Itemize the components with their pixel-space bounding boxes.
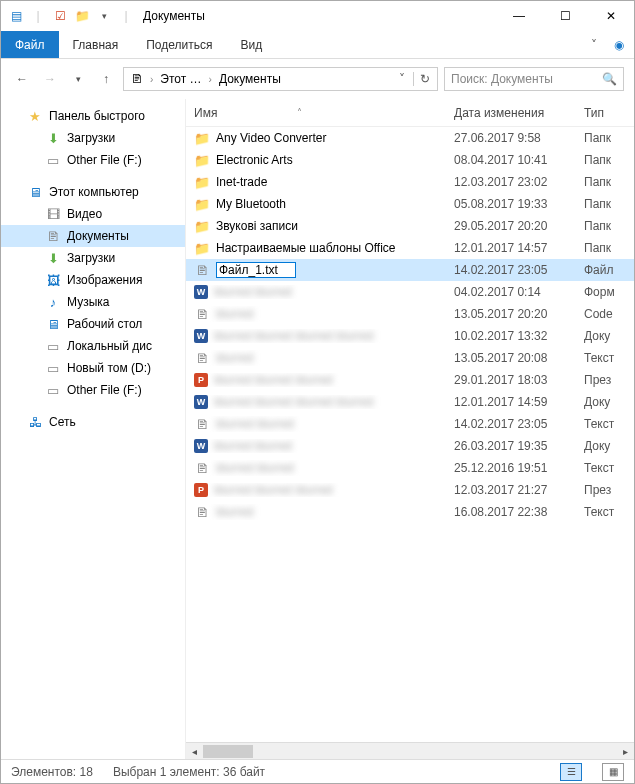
cell-type: През xyxy=(584,373,634,387)
tab-home[interactable]: Главная xyxy=(59,31,133,58)
sidebar-this-pc[interactable]: 🖥 Этот компьютер xyxy=(1,181,185,203)
cell-name: 📁Настраиваемые шаблоны Office xyxy=(194,240,454,256)
view-large-button[interactable]: ▦ xyxy=(602,763,624,781)
file-name: Inet-trade xyxy=(216,175,267,189)
properties-icon[interactable]: ▤ xyxy=(7,7,25,25)
file-row[interactable]: Pblurred blurred blurred12.03.2017 21:27… xyxy=(186,479,634,501)
scroll-right-icon[interactable]: ▸ xyxy=(617,746,634,757)
cell-type: Доку xyxy=(584,395,634,409)
address-dropdown-icon[interactable]: ˅ xyxy=(393,72,411,86)
sidebar-new-volume[interactable]: ▭ Новый том (D:) xyxy=(1,357,185,379)
file-row[interactable]: 📁Настраиваемые шаблоны Office12.01.2017 … xyxy=(186,237,634,259)
collapse-ribbon-icon[interactable]: ˅ xyxy=(584,31,604,58)
sidebar-video[interactable]: 🎞 Видео xyxy=(1,203,185,225)
rename-input[interactable] xyxy=(216,262,296,278)
cell-name: Wblurred blurred xyxy=(194,439,454,453)
drive-icon: ▭ xyxy=(45,382,61,398)
file-row[interactable]: 🖹blurred13.05.2017 20:08Текст xyxy=(186,347,634,369)
cell-name: Pblurred blurred blurred xyxy=(194,373,454,387)
file-row[interactable]: 🖹blurred blurred25.12.2016 19:51Текст xyxy=(186,457,634,479)
file-row[interactable]: Wblurred blurred04.02.2017 0:14Форм xyxy=(186,281,634,303)
check-icon[interactable]: ☑ xyxy=(51,7,69,25)
file-name: Звукові записи xyxy=(216,219,298,233)
minimize-button[interactable]: — xyxy=(496,1,542,31)
search-input[interactable]: Поиск: Документы 🔍 xyxy=(444,67,624,91)
breadcrumb-documents[interactable]: Документы xyxy=(214,72,286,86)
cell-date: 12.03.2017 23:02 xyxy=(454,175,584,189)
image-icon: 🖼 xyxy=(45,272,61,288)
breadcrumb-root-icon[interactable]: 🖹 xyxy=(126,72,148,86)
powerpoint-icon: P xyxy=(194,373,208,387)
file-row[interactable]: Wblurred blurred blurred blurred12.01.20… xyxy=(186,391,634,413)
file-row[interactable]: Wblurred blurred26.03.2017 19:35Доку xyxy=(186,435,634,457)
back-button[interactable]: ← xyxy=(11,68,33,90)
help-icon[interactable]: ◉ xyxy=(604,31,634,58)
horizontal-scrollbar[interactable]: ◂ ▸ xyxy=(186,742,634,759)
column-type[interactable]: Тип xyxy=(584,106,634,120)
cell-type: Доку xyxy=(584,329,634,343)
file-row[interactable]: 🖹blurred blurred14.02.2017 23:05Текст xyxy=(186,413,634,435)
file-name: blurred blurred blurred xyxy=(214,373,333,387)
address-bar[interactable]: 🖹 › Этот … › Документы ˅ ↻ xyxy=(123,67,438,91)
cell-type: Форм xyxy=(584,285,634,299)
up-button[interactable]: ↑ xyxy=(95,68,117,90)
download-icon: ⬇ xyxy=(45,250,61,266)
scroll-track[interactable] xyxy=(203,743,617,759)
word-icon: W xyxy=(194,329,208,343)
chevron-right-icon[interactable]: › xyxy=(150,74,153,85)
refresh-button[interactable]: ↻ xyxy=(413,72,435,86)
sidebar-local-disk[interactable]: ▭ Локальный дис xyxy=(1,335,185,357)
tab-file[interactable]: Файл xyxy=(1,31,59,58)
maximize-button[interactable]: ☐ xyxy=(542,1,588,31)
file-row[interactable]: 📁My Bluetooth05.08.2017 19:33Папк xyxy=(186,193,634,215)
cell-type: Папк xyxy=(584,241,634,255)
recent-dropdown-icon[interactable]: ▾ xyxy=(67,68,89,90)
file-row[interactable]: 📁Звукові записи29.05.2017 20:20Папк xyxy=(186,215,634,237)
sidebar-network[interactable]: 🖧 Сеть xyxy=(1,411,185,433)
ribbon: Файл Главная Поделиться Вид ˅ ◉ xyxy=(1,31,634,59)
cell-type: Текст xyxy=(584,505,634,519)
forward-button[interactable]: → xyxy=(39,68,61,90)
file-row[interactable]: Wblurred blurred blurred blurred10.02.20… xyxy=(186,325,634,347)
sidebar-downloads[interactable]: ⬇ Загрузки xyxy=(1,127,185,149)
sidebar-images[interactable]: 🖼 Изображения xyxy=(1,269,185,291)
cell-name: 🖹 xyxy=(194,262,454,278)
nav-tree[interactable]: ★ Панель быстрого ⬇ Загрузки ▭ Other Fil… xyxy=(1,99,186,759)
scroll-thumb[interactable] xyxy=(203,745,253,758)
column-date[interactable]: Дата изменения xyxy=(454,106,584,120)
sidebar-other-file2[interactable]: ▭ Other File (F:) xyxy=(1,379,185,401)
close-button[interactable]: ✕ xyxy=(588,1,634,31)
folder-icon: 📁 xyxy=(194,218,210,234)
file-row[interactable]: 🖹blurred16.08.2017 22:38Текст xyxy=(186,501,634,523)
music-icon: ♪ xyxy=(45,294,61,310)
breadcrumb-pc[interactable]: Этот … xyxy=(155,72,206,86)
sidebar-music[interactable]: ♪ Музыка xyxy=(1,291,185,313)
file-list[interactable]: 📁Any Video Converter27.06.2017 9:58Папк📁… xyxy=(186,127,634,742)
cell-type: Текст xyxy=(584,461,634,475)
file-row[interactable]: 📁Any Video Converter27.06.2017 9:58Папк xyxy=(186,127,634,149)
sidebar-quick-access[interactable]: ★ Панель быстрого xyxy=(1,105,185,127)
tab-share[interactable]: Поделиться xyxy=(132,31,226,58)
file-row[interactable]: 🖹14.02.2017 23:05Файл xyxy=(186,259,634,281)
sidebar-other-file[interactable]: ▭ Other File (F:) xyxy=(1,149,185,171)
cell-date: 26.03.2017 19:35 xyxy=(454,439,584,453)
sidebar-documents[interactable]: 🖹 Документы xyxy=(1,225,185,247)
file-row[interactable]: 🖹blurred13.05.2017 20:20Code xyxy=(186,303,634,325)
scroll-left-icon[interactable]: ◂ xyxy=(186,746,203,757)
quick-access-toolbar: ▤ | ☑ 📁 ▾ | xyxy=(7,7,135,25)
chevron-right-icon[interactable]: › xyxy=(209,74,212,85)
sidebar-downloads2[interactable]: ⬇ Загрузки xyxy=(1,247,185,269)
column-name[interactable]: Имя ˄ xyxy=(194,106,454,120)
view-details-button[interactable]: ☰ xyxy=(560,763,582,781)
desktop-icon: 🖥 xyxy=(45,316,61,332)
tab-view[interactable]: Вид xyxy=(226,31,276,58)
cell-date: 14.02.2017 23:05 xyxy=(454,263,584,277)
search-icon[interactable]: 🔍 xyxy=(602,72,617,86)
file-row[interactable]: 📁Inet-trade12.03.2017 23:02Папк xyxy=(186,171,634,193)
sidebar-desktop[interactable]: 🖥 Рабочий стол xyxy=(1,313,185,335)
file-name: blurred blurred xyxy=(214,285,292,299)
file-row[interactable]: Pblurred blurred blurred29.01.2017 18:03… xyxy=(186,369,634,391)
file-row[interactable]: 📁Electronic Arts08.04.2017 10:41Папк xyxy=(186,149,634,171)
cell-date: 10.02.2017 13:32 xyxy=(454,329,584,343)
qat-dropdown-icon[interactable]: ▾ xyxy=(95,7,113,25)
